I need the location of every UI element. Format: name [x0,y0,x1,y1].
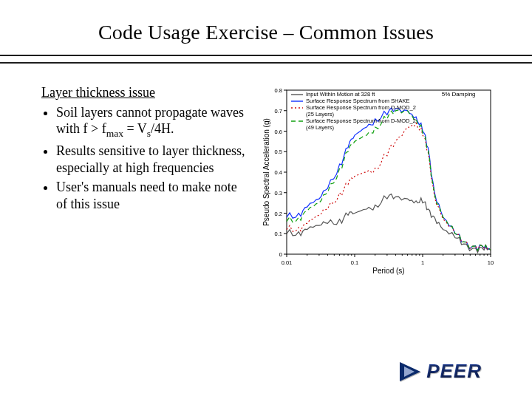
bullet-item: Results sensitive to layer thickness, es… [56,143,247,176]
svg-text:0.6: 0.6 [275,129,282,135]
svg-text:0.5: 0.5 [275,149,282,155]
svg-text:0.8: 0.8 [275,87,282,94]
svg-text:1: 1 [421,259,424,266]
svg-text:0.2: 0.2 [275,211,282,217]
bullet-item: User's manuals need to make note of this… [56,179,247,212]
svg-text:0.7: 0.7 [275,108,282,115]
peer-logo-text: PEER [426,360,482,383]
title-rules [0,55,532,64]
bullet-item: Soil layers cannot propagate waves with … [56,104,247,140]
slide-title: Code Usage Exercise – Common Issues [0,21,532,44]
svg-text:Surface Response Spectrum from: Surface Response Spectrum from D-MOD_2 [306,117,416,124]
body: Layer thickness issue Soil layers cannot… [0,64,532,276]
svg-text:5% Damping: 5% Damping [442,91,476,98]
peer-logo-icon [400,362,420,381]
svg-text:0.4: 0.4 [275,169,282,176]
svg-text:Surface Response Spectrum from: Surface Response Spectrum from SHAKE [306,98,409,104]
slide: Code Usage Exercise – Common Issues Laye… [0,0,532,399]
svg-text:0.1: 0.1 [351,259,358,266]
svg-text:Pseudo Spectral Acceleration (: Pseudo Spectral Acceleration (g) [262,118,270,226]
title-wrap: Code Usage Exercise – Common Issues [0,0,532,44]
svg-text:0.3: 0.3 [275,190,282,197]
chart-column: 00.10.20.30.40.50.60.70.80.010.1110Perio… [260,84,497,276]
spectrum-chart: 00.10.20.30.40.50.60.70.80.010.1110Perio… [260,84,497,276]
svg-text:10: 10 [488,259,494,266]
svg-text:Input Within Motion at 328 ft: Input Within Motion at 328 ft [306,91,375,98]
section-subhead: Layer thickness issue [41,84,247,101]
svg-text:0.01: 0.01 [282,259,293,266]
chart-svg: 00.10.20.30.40.50.60.70.80.010.1110Perio… [260,84,497,276]
svg-text:Surface Response Spectrum from: Surface Response Spectrum from D-MOD_2 [306,104,416,111]
peer-logo: PEER [400,360,482,383]
svg-text:(25 Layers): (25 Layers) [306,111,334,117]
svg-text:Period (s): Period (s) [372,267,404,275]
svg-text:(49 Layers): (49 Layers) [306,124,334,131]
text-column: Layer thickness issue Soil layers cannot… [41,84,247,276]
svg-text:0.1: 0.1 [275,231,282,237]
svg-text:0: 0 [279,251,282,258]
bullet-list: Soil layers cannot propagate waves with … [41,104,247,213]
